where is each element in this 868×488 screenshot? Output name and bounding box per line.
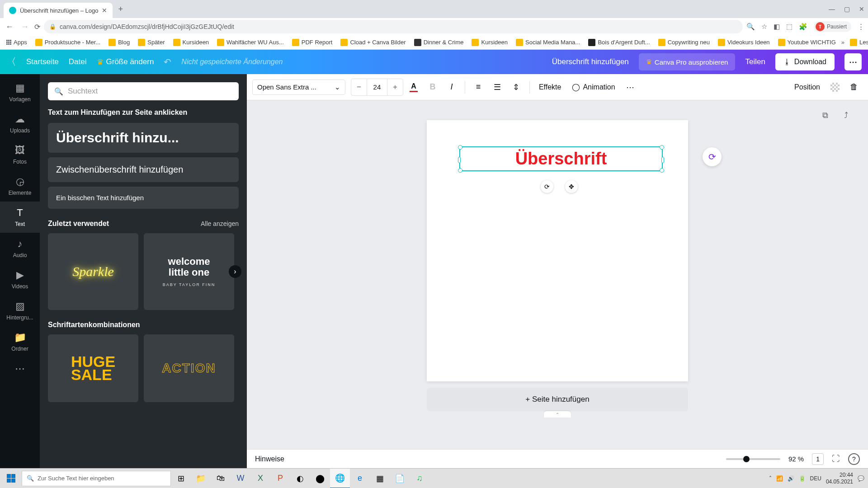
home-link[interactable]: Startseite (26, 57, 59, 66)
bold-button[interactable]: B (424, 79, 441, 96)
resize-handle-ml[interactable] (458, 157, 461, 163)
delete-button[interactable]: 🗑 (845, 79, 863, 96)
more-menu-icon[interactable]: ⋯ (844, 53, 862, 70)
bookmark-item[interactable]: PDF Report (289, 37, 335, 48)
alignment-button[interactable]: ≡ (470, 79, 487, 96)
document-title[interactable]: Überschrift hinzufügen (552, 57, 629, 66)
resize-handle-tr[interactable] (660, 145, 664, 150)
italic-button[interactable]: I (443, 79, 460, 96)
zoom-percentage[interactable]: 92 % (788, 455, 804, 463)
more-toolbar-icon[interactable]: ⋯ (622, 79, 639, 96)
chrome-menu-icon[interactable]: ⋮ (858, 23, 864, 31)
rail-templates[interactable]: ▦Vorlagen (0, 77, 40, 108)
bookmark-item[interactable]: Kursideen (170, 37, 212, 48)
add-body-button[interactable]: Ein bisschen Text hinzufügen (48, 187, 239, 209)
rail-uploads[interactable]: ☁Uploads (0, 108, 40, 139)
font-selector[interactable]: Open Sans Extra ... ⌄ (252, 80, 345, 95)
carousel-next-icon[interactable]: › (229, 265, 241, 278)
search-box[interactable]: 🔍 (48, 82, 239, 100)
resize-handle-br[interactable] (660, 168, 664, 173)
selected-text-element[interactable]: Überschrift ⟳ ✥ (459, 146, 663, 171)
download-button[interactable]: ⭳ Download (775, 53, 835, 70)
bookmark-item[interactable]: Cload + Canva Bilder (338, 37, 408, 48)
bookmark-item[interactable]: Bois d'Argent Duft... (585, 37, 652, 48)
file-menu[interactable]: Datei (69, 57, 87, 66)
wifi-icon[interactable]: 📶 (776, 475, 783, 482)
regenerate-button[interactable]: ⟳ (703, 147, 722, 166)
page-count-button[interactable]: 1 (812, 453, 824, 465)
try-pro-button[interactable]: ♛ Canva Pro ausprobieren (639, 53, 736, 70)
bookmark-item[interactable]: Später (135, 37, 167, 48)
text-color-button[interactable]: A (405, 79, 422, 96)
undo-icon[interactable]: ↶ (164, 56, 171, 67)
list-button[interactable]: ☰ (489, 79, 506, 96)
text-content[interactable]: Überschrift (460, 147, 662, 170)
rail-elements[interactable]: ◶Elemente (0, 170, 40, 202)
spotify-icon[interactable]: ♫ (410, 469, 429, 488)
forward-icon[interactable]: → (19, 20, 31, 33)
bookmarks-overflow-icon[interactable]: » (841, 39, 844, 46)
bookmark-item[interactable]: Kursideen (469, 37, 510, 48)
reload-icon[interactable]: ⟳ (34, 23, 40, 31)
font-size-value[interactable]: 24 (367, 79, 387, 95)
zoom-thumb[interactable] (743, 456, 750, 462)
notes-button[interactable]: Hinweise (255, 455, 284, 463)
task-view-icon[interactable]: ⊞ (171, 469, 191, 488)
bookmark-item[interactable]: Dinner & Crime (411, 37, 467, 48)
extension-icon-2[interactable]: ⬚ (786, 23, 793, 31)
new-tab-button[interactable]: + (118, 5, 123, 14)
bookmark-item[interactable]: Youtube WICHTIG (775, 37, 839, 48)
obs-icon[interactable]: ⬤ (310, 469, 330, 488)
battery-icon[interactable]: 🔋 (799, 475, 806, 482)
maximize-icon[interactable]: ▢ (844, 5, 850, 13)
excel-icon[interactable]: X (250, 469, 270, 488)
close-window-icon[interactable]: ✕ (859, 5, 864, 13)
move-handle[interactable]: ✥ (565, 180, 578, 193)
notepad-icon[interactable]: 📄 (390, 469, 410, 488)
fullscreen-icon[interactable]: ⛶ (832, 454, 840, 464)
rail-folders[interactable]: 📁Ordner (0, 326, 40, 357)
transparency-button[interactable] (826, 79, 844, 96)
minimize-icon[interactable]: — (829, 5, 835, 13)
resize-handle-bl[interactable] (458, 168, 462, 173)
add-heading-button[interactable]: Überschrift hinzu... (48, 123, 239, 153)
bookmark-item[interactable]: Videokurs Ideen (715, 37, 773, 48)
position-button[interactable]: Position (790, 79, 825, 96)
bookmark-item[interactable]: Wahlfächer WU Aus... (214, 37, 287, 48)
apps-button[interactable]: Apps (4, 37, 30, 47)
zoom-icon[interactable]: 🔍 (746, 23, 755, 31)
resize-button[interactable]: ♛ Größe ändern (97, 57, 154, 67)
spacing-button[interactable]: ⇕ (508, 79, 525, 96)
bookmark-item[interactable]: Leseliste (847, 37, 868, 48)
volume-icon[interactable]: 🔊 (788, 475, 794, 482)
canvas-viewport[interactable]: ⧉ ⤴ Überschrift ⟳ ✥ ⟳ + Seite hinzufügen (247, 100, 868, 449)
home-back-icon[interactable]: 〈 (6, 55, 16, 69)
bookmark-item[interactable]: Blog (106, 37, 132, 48)
effects-button[interactable]: Effekte (534, 79, 566, 96)
see-all-link[interactable]: Alle anzeigen (201, 220, 239, 227)
timeline-collapse-icon[interactable]: ⌃ (544, 411, 571, 418)
font-combo-hugesale[interactable]: HUGESALE (48, 334, 138, 402)
chrome-icon[interactable]: 🌐 (330, 469, 350, 488)
add-page-button[interactable]: + Seite hinzufügen (427, 388, 688, 411)
powerpoint-icon[interactable]: P (270, 469, 290, 488)
rail-text[interactable]: TText (0, 202, 40, 233)
rail-more[interactable]: ⋯ (0, 357, 40, 380)
rail-audio[interactable]: ♪Audio (0, 233, 40, 264)
resize-handle-mr[interactable] (661, 157, 664, 163)
app-icon-2[interactable]: ▦ (370, 469, 390, 488)
bookmark-item[interactable]: Produktsuche - Mer... (33, 37, 104, 48)
zoom-slider[interactable] (726, 458, 780, 460)
extension-icon[interactable]: ◧ (774, 23, 780, 31)
extensions-puzzle-icon[interactable]: 🧩 (799, 23, 807, 31)
search-input[interactable] (68, 87, 232, 96)
word-icon[interactable]: W (231, 469, 250, 488)
resize-handle-tl[interactable] (458, 145, 462, 150)
animation-button[interactable]: ◯ Animation (567, 79, 619, 96)
add-subheading-button[interactable]: Zwischenüberschrift hinzufügen (48, 157, 239, 182)
tray-chevron-icon[interactable]: ˄ (769, 475, 772, 482)
profile-badge[interactable]: T Pausiert (814, 21, 851, 32)
back-icon[interactable]: ← (4, 20, 15, 33)
bookmark-item[interactable]: Social Media Mana... (513, 37, 583, 48)
start-button[interactable] (0, 469, 22, 488)
